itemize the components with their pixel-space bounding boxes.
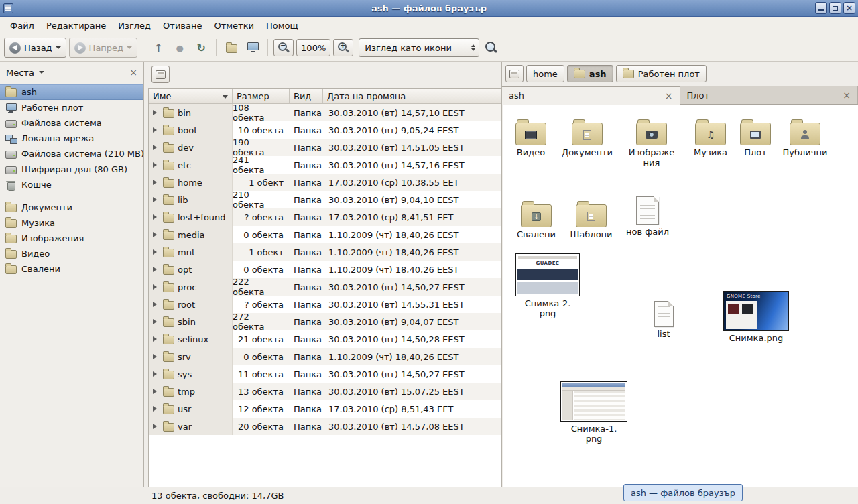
table-row[interactable]: boot10 обектаПапка30.03.2010 (вт) 9,05,2… [149,121,501,139]
sidebar-item-filesystem[interactable]: Файлова система [0,115,143,131]
up-button[interactable]: ↑ [149,38,168,58]
menu-edit[interactable]: Редактиране [40,19,112,33]
table-row[interactable]: sbin272 обектаПапка30.03.2010 (вт) 9,04,… [149,313,501,330]
table-row[interactable]: root? обектаПапка30.03.2010 (вт) 14,55,3… [149,296,501,313]
table-row[interactable]: mnt1 обектПапка1.10.2009 (чт) 18,40,26 E… [149,243,501,261]
file-item-new-file[interactable]: нов файл [621,196,674,237]
folder-item-documents[interactable]: Документи [560,119,615,158]
sidebar-item-local-network[interactable]: Локална мрежа [0,131,143,146]
forward-button[interactable]: Напред [69,38,137,58]
expander-icon[interactable] [153,406,160,412]
menu-help[interactable]: Помощ [260,19,304,33]
expander-icon[interactable] [153,424,160,429]
sidebar-item-filesystem-210mb[interactable]: Файлова система (210 MB) [0,146,143,162]
path-root-button[interactable] [151,66,170,83]
table-row[interactable]: lib210 обектаПапка30.03.2010 (вт) 9,04,1… [149,191,501,208]
sidebar-item-ash[interactable]: ash [0,84,143,100]
expander-icon[interactable] [153,319,160,324]
folder-item-templates[interactable]: Шаблони [564,200,618,240]
expander-icon[interactable] [153,302,160,307]
sidebar-item-video[interactable]: Видео [0,246,143,261]
tab-close-button[interactable]: × [665,91,673,101]
sidebar-item-downloads[interactable]: Свалени [0,261,143,277]
folder-item-downloads[interactable]: Свалени [509,200,563,240]
column-header-date[interactable]: Дата на промяна [323,89,501,103]
path-button-desktop[interactable]: Работен плот [616,65,707,82]
expander-icon[interactable] [153,354,160,359]
zoom-in-button[interactable]: + [333,39,353,56]
table-row[interactable]: home1 обектПапка17.03.2010 (ср) 10,38,55… [149,174,501,191]
menu-go[interactable]: Отиване [157,19,208,33]
file-item-list[interactable]: list [639,301,688,340]
image-item-snimka-2[interactable]: GUADECСнимка-2.png [513,253,582,319]
sidebar-item-music[interactable]: Музика [0,215,143,231]
expander-icon[interactable] [153,249,160,255]
sidebar-item-documents[interactable]: Документи [0,200,143,215]
menu-bookmarks[interactable]: Отметки [208,19,259,33]
expander-icon[interactable] [153,197,160,202]
expander-icon[interactable] [153,180,160,185]
menu-file[interactable]: Файл [4,19,40,33]
column-header-name[interactable]: Име [149,89,233,103]
sidebar-item-images[interactable]: Изображения [0,231,143,246]
folder-item-video[interactable]: Видео [503,119,558,158]
path-filesystem-button[interactable] [505,65,524,82]
path-button-home[interactable]: home [526,65,564,82]
tab-ash[interactable]: ash× [502,86,680,105]
expander-icon[interactable] [153,162,160,168]
sidebar-item-desktop[interactable]: Работен плот [0,100,143,115]
image-item-snimka-1[interactable]: Снимка-1.png [558,381,630,444]
expander-icon[interactable] [153,371,160,377]
folder-item-public[interactable]: Публични [778,119,833,158]
table-row[interactable]: media0 обектаПапка1.10.2009 (чт) 18,40,2… [149,226,501,243]
back-history-dropdown-icon[interactable] [56,46,61,52]
minimize-button[interactable] [815,2,827,14]
table-row[interactable]: lost+found? обектаПапка17.03.2010 (ср) 8… [149,208,501,226]
stop-button[interactable]: ● [170,38,189,58]
sidebar-item-encrypted-80gb[interactable]: Шифриран дял (80 GB) [0,162,143,177]
table-row[interactable]: srv0 обектаПапка1.10.2009 (чт) 18,40,26 … [149,348,501,365]
column-header-type[interactable]: Вид [290,89,323,103]
table-row[interactable]: usr12 обектаПапка17.03.2010 (ср) 8,51,43… [149,400,501,418]
home-button[interactable] [222,38,241,58]
path-button-ash[interactable]: ash [567,65,613,82]
view-mode-select[interactable]: Изглед като икони [359,38,479,57]
table-row[interactable]: proc222 обектаПапка30.03.2010 (вт) 14,50… [149,278,501,296]
menu-view[interactable]: Изглед [112,19,157,33]
zoom-level-button[interactable]: 100% [296,39,330,56]
expander-icon[interactable] [153,267,160,272]
table-row[interactable]: tmp13 обектаПапка30.03.2010 (вт) 15,07,2… [149,383,501,400]
close-button[interactable]: × [843,2,855,14]
expander-icon[interactable] [153,336,160,342]
table-row[interactable]: opt0 обектаПапка1.10.2009 (чт) 18,40,26 … [149,261,501,278]
zoom-out-button[interactable]: − [273,39,294,56]
table-row[interactable]: etc241 обектаПапка30.03.2010 (вт) 14,57,… [149,156,501,174]
expander-icon[interactable] [153,389,160,394]
expander-icon[interactable] [153,127,160,133]
sidebar-item-trash[interactable]: Кошче [0,177,143,192]
table-row[interactable]: selinux21 обектаПапка30.03.2010 (вт) 14,… [149,330,501,348]
table-row[interactable]: dev190 обектаПапка30.03.2010 (вт) 14,51,… [149,139,501,156]
expander-icon[interactable] [153,284,160,290]
expander-icon[interactable] [153,214,160,220]
table-row[interactable]: var20 обектаПапка30.03.2010 (вт) 14,57,0… [149,418,501,435]
expander-icon[interactable] [153,145,160,150]
folder-item-desktop[interactable]: Плот [729,119,782,158]
reload-button[interactable]: ↻ [192,38,210,58]
search-button[interactable] [482,38,501,58]
maximize-button[interactable] [829,2,841,14]
table-row[interactable]: bin108 обектаПапка30.03.2010 (вт) 14,57,… [149,104,501,121]
table-row[interactable]: sys11 обектаПапка30.03.2010 (вт) 14,50,2… [149,365,501,383]
computer-button[interactable] [243,38,262,58]
tab-Плот[interactable]: Плот× [680,86,858,104]
image-item-snimka[interactable]: GNOME StoreСнимка.png [720,291,792,344]
expander-icon[interactable] [153,110,160,115]
tab-close-button[interactable]: × [843,90,851,100]
column-header-size[interactable]: Размер [233,89,290,103]
expander-icon[interactable] [153,232,160,237]
sidebar-pane-selector[interactable]: Места [6,68,44,78]
back-button[interactable]: Назад [4,38,66,58]
sidebar-close-button[interactable]: × [129,68,137,77]
folder-item-images[interactable]: Изображения [626,119,677,168]
taskbar-window-button[interactable]: ash — файлов браузър [623,484,743,501]
